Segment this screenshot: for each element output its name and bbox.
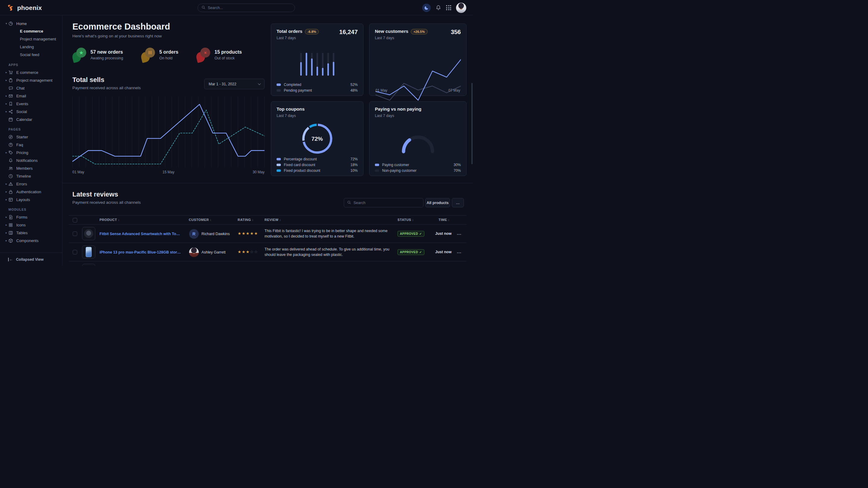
legend-item: Fixed product discount10% xyxy=(277,168,358,173)
row-checkbox[interactable] xyxy=(73,250,77,254)
sidebar-item-faq[interactable]: Faq xyxy=(0,141,62,149)
latest-reviews-title: Latest reviews xyxy=(72,191,118,198)
table-row[interactable]: iPhone 13 pro max-Pacific Blue-128GB sto… xyxy=(69,243,467,261)
box-icon xyxy=(8,238,13,243)
all-products-button[interactable]: All products xyxy=(425,198,450,207)
row-more-button[interactable]: … xyxy=(457,231,462,236)
sidebar-subitem-project-management[interactable]: Project management xyxy=(0,35,62,43)
customer-avatar: R xyxy=(189,229,199,239)
sort-icon: ↕ xyxy=(210,218,212,222)
row-more-button[interactable]: … xyxy=(457,249,462,254)
table-row-partial[interactable] xyxy=(69,261,467,266)
moon-icon xyxy=(424,5,429,10)
sidebar-item-events[interactable]: ▸Events xyxy=(0,100,62,108)
column-header-time[interactable]: TIME↕ xyxy=(438,218,450,222)
product-thumbnail[interactable] xyxy=(82,264,95,266)
sidebar-item-icons[interactable]: ▸Icons xyxy=(0,221,62,229)
sidebar-item-e-commerce[interactable]: ▸E commerce xyxy=(0,68,62,76)
sidebar-item-timeline[interactable]: Timeline xyxy=(0,172,62,180)
user-avatar[interactable] xyxy=(456,3,466,13)
caret-right-icon: ▸ xyxy=(4,239,8,242)
sidebar-subitem-social-feed[interactable]: Social feed xyxy=(0,51,62,59)
sidebar-item-calendar[interactable]: Calendar xyxy=(0,116,62,123)
column-header-customer[interactable]: CUSTOMER↕ xyxy=(189,218,211,222)
brand-name: phoenix xyxy=(17,4,42,11)
page-subtitle: Here's what's going on at your business … xyxy=(72,34,162,38)
sidebar-item-starter[interactable]: Starter xyxy=(0,133,62,141)
top-coupons-card: Top coupons Last 7 days 72% Percentage d… xyxy=(271,101,364,176)
sidebar-subitem-landing[interactable]: Landing xyxy=(0,43,62,51)
coupons-legend: Percentage discount72%Fixed card discoun… xyxy=(277,157,358,173)
sidebar-subitem-e-commerce[interactable]: E commerce xyxy=(0,27,62,35)
sidebar-item-errors[interactable]: ▸Errors xyxy=(0,180,62,188)
product-thumbnail[interactable] xyxy=(82,246,95,259)
sidebar-section-title: PAGES xyxy=(8,128,62,131)
star-icon: ★ xyxy=(72,47,86,62)
global-search-input[interactable] xyxy=(208,6,291,10)
column-header-review[interactable]: REVIEW↕ xyxy=(265,218,281,222)
sidebar-item-members[interactable]: Members xyxy=(0,164,62,172)
grid-icon xyxy=(8,223,13,227)
row-checkbox[interactable] xyxy=(73,231,77,236)
column-header-rating[interactable]: RATING↕ xyxy=(238,218,254,222)
sidebar-item-home[interactable]: ▾ Home xyxy=(0,20,62,27)
collapsed-view-toggle[interactable]: ← Collapsed View xyxy=(0,253,62,266)
date-range-select[interactable]: Mar 1 - 31, 2022 xyxy=(204,79,265,89)
clipboard-icon xyxy=(8,78,13,83)
pie-chart-icon xyxy=(8,22,13,26)
trend-badge: -6.8% xyxy=(305,29,319,34)
cart-icon xyxy=(8,70,13,75)
page-title: Ecommerce Dashboard xyxy=(72,22,170,32)
sidebar-item-layouts[interactable]: ▸Layouts xyxy=(0,196,62,203)
reviews-search[interactable] xyxy=(344,198,424,207)
review-time: Just now xyxy=(435,231,452,236)
card-title: Top coupons xyxy=(277,106,305,111)
sort-icon: ↕ xyxy=(448,218,450,222)
sort-icon: ↕ xyxy=(252,218,254,222)
apps-grid-button[interactable] xyxy=(446,5,451,10)
review-text: The order was delivered ahead of schedul… xyxy=(265,247,391,257)
file-icon xyxy=(8,215,13,220)
sidebar-item-notifications[interactable]: Notifications xyxy=(0,157,62,164)
sidebar-item-email[interactable]: ▸Email xyxy=(0,92,62,100)
review-time: Just now xyxy=(435,250,452,254)
product-thumbnail[interactable] xyxy=(82,227,95,240)
status-badge: APPROVED✓ xyxy=(398,249,424,255)
product-link[interactable]: Fitbit Sense Advanced Smartwatch with To… xyxy=(99,232,182,236)
caret-right-icon: ▸ xyxy=(4,223,8,226)
latest-reviews-subtitle: Payment received across all channels xyxy=(72,200,141,205)
reviews-more-button[interactable]: … xyxy=(452,198,464,207)
sort-icon: ↕ xyxy=(279,218,281,222)
caret-right-icon: ▸ xyxy=(4,231,8,234)
search-icon xyxy=(347,200,351,205)
reviews-table: PRODUCT↕CUSTOMER↕RATING↕REVIEW↕STATUS↕TI… xyxy=(69,215,467,266)
customer-name: Richard Dawkins xyxy=(202,232,230,236)
global-search[interactable] xyxy=(197,4,295,12)
table-row[interactable]: Fitbit Sense Advanced Smartwatch with To… xyxy=(69,225,467,243)
trend-badge: +26.5% xyxy=(411,29,428,34)
sidebar-item-tables[interactable]: ▸Tables xyxy=(0,229,62,237)
bar-track xyxy=(322,53,323,76)
sidebar-section-title: MODULES xyxy=(8,208,62,211)
sidebar-item-authentication[interactable]: ▸Authentication xyxy=(0,188,62,196)
sidebar-item-components[interactable]: ▸Components xyxy=(0,237,62,245)
status-badge: APPROVED✓ xyxy=(398,231,424,237)
sidebar-item-social[interactable]: ▸Social xyxy=(0,108,62,116)
column-header-product[interactable]: PRODUCT↕ xyxy=(99,218,119,222)
product-link[interactable]: iPhone 13 pro max-Pacific Blue-128GB sto… xyxy=(99,250,182,254)
sidebar-item-project-management[interactable]: ▸Project management xyxy=(0,76,62,84)
bar-track xyxy=(300,53,302,76)
layout-icon xyxy=(8,197,13,202)
caret-right-icon: ▸ xyxy=(4,182,8,185)
reviews-search-input[interactable] xyxy=(353,201,420,205)
theme-toggle-button[interactable] xyxy=(422,4,431,12)
notifications-bell-button[interactable] xyxy=(435,5,441,10)
scrollbar-thumb[interactable] xyxy=(471,83,473,164)
brand[interactable]: phoenix xyxy=(7,0,42,15)
column-header-status[interactable]: STATUS↕ xyxy=(398,218,414,222)
sidebar-item-pricing[interactable]: ▸Pricing xyxy=(0,149,62,157)
bar-track xyxy=(306,53,307,76)
select-all-checkbox[interactable] xyxy=(73,218,77,223)
sidebar-item-chat[interactable]: Chat xyxy=(0,84,62,92)
sidebar-item-forms[interactable]: ▸Forms xyxy=(0,213,62,221)
